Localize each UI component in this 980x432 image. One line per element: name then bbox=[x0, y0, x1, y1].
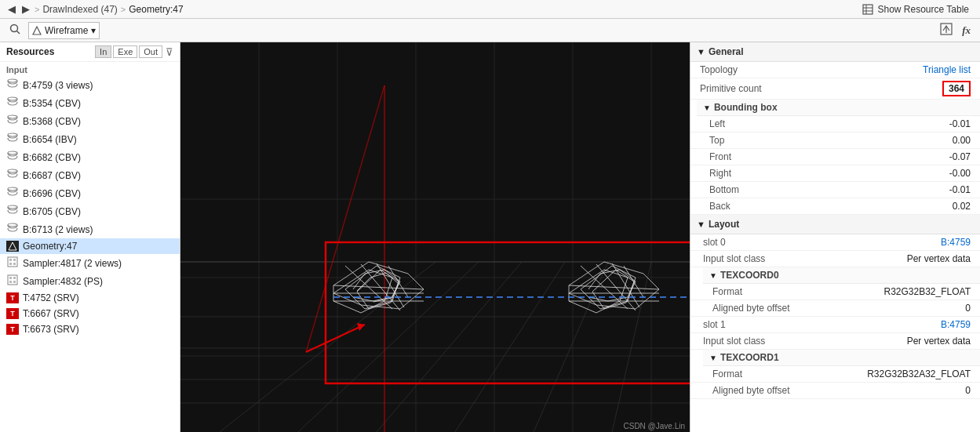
input-label: Input bbox=[0, 62, 180, 76]
resource-item[interactable]: B:6696 (CBV) bbox=[0, 184, 180, 202]
resource-item[interactable]: TT:6667 (SRV) bbox=[0, 306, 180, 321]
resource-icon: T bbox=[6, 308, 19, 319]
resource-icon bbox=[6, 256, 19, 270]
resource-item-label: Sampler:4817 (2 views) bbox=[23, 258, 122, 269]
export-button[interactable] bbox=[937, 21, 956, 39]
resource-item-label: B:6696 (CBV) bbox=[23, 188, 81, 199]
right-panel: ▼ General Topology Triangle list Primiti… bbox=[690, 42, 980, 432]
input-slot-class-row: Input slot class Per vertex data bbox=[690, 251, 980, 267]
svg-rect-23 bbox=[13, 263, 16, 265]
resource-item[interactable]: TT:4752 (SRV) bbox=[0, 290, 180, 306]
layout-toggle-icon: ▼ bbox=[697, 220, 705, 229]
tab-in[interactable]: In bbox=[95, 45, 111, 58]
texcoord0-title: TEXCOORD0 bbox=[720, 270, 779, 281]
export-icon bbox=[940, 23, 953, 35]
svg-point-12 bbox=[8, 133, 17, 136]
general-section-header[interactable]: ▼ General bbox=[690, 42, 980, 62]
svg-point-14 bbox=[8, 169, 17, 172]
topology-value[interactable]: Triangle list bbox=[923, 64, 971, 75]
breadcrumb-sep1: > bbox=[35, 5, 39, 14]
general-title: General bbox=[709, 46, 744, 57]
primitive-count-label: Primitive count bbox=[700, 83, 942, 94]
topology-label: Topology bbox=[700, 64, 923, 75]
top-bar-right: Show Resource Table bbox=[858, 2, 974, 16]
input-slot-class1-label: Input slot class bbox=[703, 336, 907, 347]
tab-exe[interactable]: Exe bbox=[113, 45, 137, 58]
slot0-label: slot 0 bbox=[703, 237, 941, 248]
resource-item[interactable]: B:6654 (IBV) bbox=[0, 130, 180, 148]
back-button[interactable]: ◀ bbox=[6, 3, 17, 15]
dropdown-arrow-icon: ▾ bbox=[91, 25, 96, 36]
resource-item[interactable]: B:5368 (CBV) bbox=[0, 112, 180, 130]
resource-icon bbox=[6, 205, 19, 218]
texcoord1-header[interactable]: ▼ TEXCOORD1 bbox=[703, 350, 980, 366]
slot0-value[interactable]: B:4759 bbox=[941, 237, 971, 248]
fx-button[interactable]: fx bbox=[959, 21, 974, 39]
breadcrumb-nav: ◀ ▶ > DrawIndexed (47) > Geometry:47 bbox=[6, 3, 184, 15]
resource-icon bbox=[6, 96, 19, 110]
resource-item[interactable]: TT:6673 (SRV) bbox=[0, 321, 180, 337]
resource-item[interactable]: B:5354 (CBV) bbox=[0, 94, 180, 112]
search-icon bbox=[9, 24, 20, 34]
resource-item-label: T:6673 (SRV) bbox=[23, 324, 79, 335]
texcoord0-toggle-icon: ▼ bbox=[709, 271, 717, 280]
wireframe-dropdown[interactable]: Wireframe ▾ bbox=[28, 22, 100, 39]
aligned1-row: Aligned byte offset 0 bbox=[690, 383, 980, 399]
resource-item[interactable]: B:6687 (CBV) bbox=[0, 166, 180, 184]
top-value: 0.00 bbox=[953, 135, 971, 146]
tab-out[interactable]: Out bbox=[139, 45, 162, 58]
resource-icon bbox=[6, 169, 19, 182]
aligned1-value: 0 bbox=[965, 385, 971, 396]
resource-item[interactable]: B:6682 (CBV) bbox=[0, 148, 180, 166]
resource-item-label: Geometry:47 bbox=[23, 241, 77, 252]
resource-icon bbox=[6, 241, 19, 252]
input-slot-class1-value: Per vertex data bbox=[907, 336, 971, 347]
bounding-box-header[interactable]: ▼ Bounding box bbox=[697, 100, 980, 116]
back-value: 0.02 bbox=[953, 201, 971, 212]
layout-section-header[interactable]: ▼ Layout bbox=[690, 215, 980, 234]
resource-item[interactable]: Sampler:4817 (2 views) bbox=[0, 254, 180, 272]
resource-item[interactable]: B:6705 (CBV) bbox=[0, 202, 180, 220]
resource-item-label: B:6705 (CBV) bbox=[23, 206, 81, 217]
resource-item[interactable]: B:6713 (2 views) bbox=[0, 220, 180, 238]
layout-title: Layout bbox=[709, 219, 739, 230]
resource-item[interactable]: B:4759 (3 views) bbox=[0, 76, 180, 94]
show-resource-button[interactable]: Show Resource Table bbox=[858, 2, 974, 16]
triangle-icon bbox=[32, 26, 42, 35]
svg-rect-26 bbox=[13, 277, 16, 279]
filter-icon[interactable]: ⊽ bbox=[166, 46, 173, 58]
center-viewport[interactable]: CSDN @Jave.Lin bbox=[180, 42, 690, 432]
breadcrumb-drawindexed[interactable]: DrawIndexed (47) bbox=[42, 4, 117, 15]
svg-line-5 bbox=[17, 31, 20, 34]
svg-rect-20 bbox=[9, 259, 12, 261]
resource-icon: T bbox=[6, 292, 19, 303]
resource-item[interactable]: Geometry:47 bbox=[0, 238, 180, 254]
svg-point-9 bbox=[8, 79, 17, 82]
back-label: Back bbox=[709, 201, 953, 212]
format1-label: Format bbox=[712, 368, 867, 379]
format1-row: Format R32G32B32A32_FLOAT bbox=[690, 366, 980, 383]
svg-point-15 bbox=[8, 187, 17, 191]
topology-row: Topology Triangle list bbox=[690, 62, 980, 78]
resource-item-label: B:5368 (CBV) bbox=[23, 116, 81, 127]
svg-rect-29 bbox=[180, 42, 690, 432]
search-button[interactable] bbox=[6, 22, 24, 38]
svg-marker-6 bbox=[33, 27, 41, 34]
svg-marker-18 bbox=[9, 242, 16, 250]
forward-button[interactable]: ▶ bbox=[20, 3, 31, 15]
texcoord0-header[interactable]: ▼ TEXCOORD0 bbox=[703, 267, 980, 284]
resource-item[interactable]: Sampler:4832 (PS) bbox=[0, 272, 180, 290]
bounding-box-title: Bounding box bbox=[714, 102, 778, 113]
front-label: Front bbox=[709, 151, 949, 162]
resource-icon bbox=[6, 187, 19, 200]
resource-item-label: B:6682 (CBV) bbox=[23, 152, 81, 163]
resources-header: Resources In Exe Out ⊽ bbox=[0, 42, 180, 62]
front-row: Front -0.07 bbox=[690, 149, 980, 165]
resource-item-label: B:4759 (3 views) bbox=[23, 80, 93, 91]
svg-rect-24 bbox=[8, 275, 17, 285]
slot1-value[interactable]: B:4759 bbox=[941, 319, 971, 330]
bottom-label: Bottom bbox=[709, 184, 949, 195]
svg-rect-22 bbox=[9, 263, 12, 265]
svg-point-10 bbox=[8, 97, 17, 100]
aligned0-value: 0 bbox=[965, 303, 971, 314]
